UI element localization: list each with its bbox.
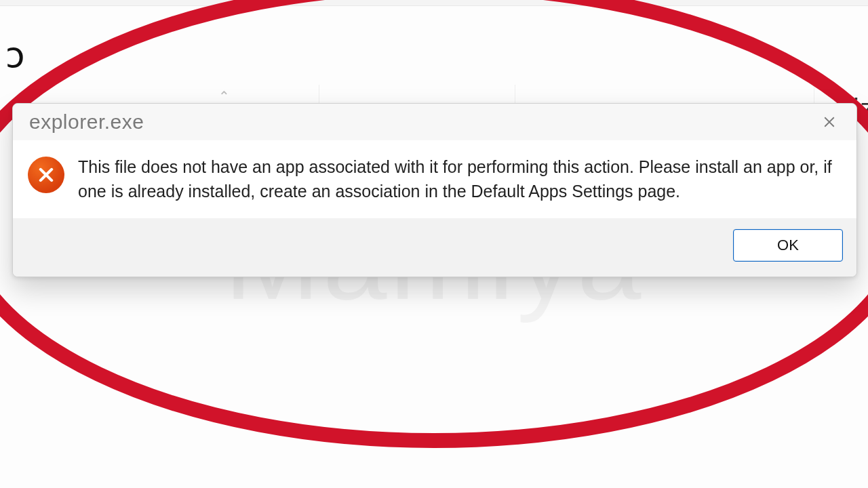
screenshot-canvas: ɔ ⌃ ize Mamiya explorer.exe This file do… [0,0,868,488]
close-icon [823,116,835,128]
dialog-titlebar: explorer.exe [13,104,856,140]
dialog-close-button[interactable] [812,108,847,136]
background-topbar [0,0,868,6]
ok-button[interactable]: OK [733,229,843,262]
dialog-body: This file does not have an app associate… [13,140,856,218]
background-glyph: ɔ [5,37,25,73]
error-dialog: explorer.exe This file does not have an … [12,103,857,277]
background-sort-caret: ⌃ [218,88,230,104]
dialog-footer: OK [13,218,856,277]
dialog-message: This file does not have an app associate… [78,155,836,203]
dialog-title: explorer.exe [29,110,812,134]
error-icon [28,157,64,193]
